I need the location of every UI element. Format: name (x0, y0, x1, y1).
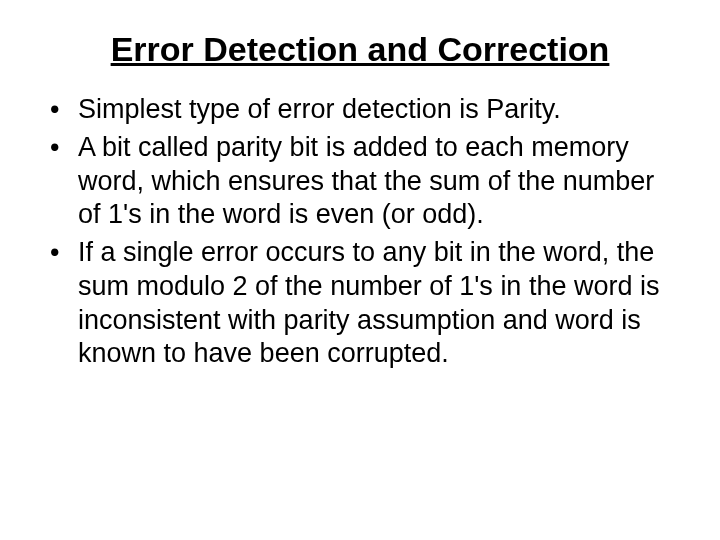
slide: Error Detection and Correction Simplest … (0, 0, 720, 540)
list-item: If a single error occurs to any bit in t… (50, 236, 680, 371)
bullet-list: Simplest type of error detection is Pari… (50, 93, 680, 371)
list-item: Simplest type of error detection is Pari… (50, 93, 680, 127)
list-item: A bit called parity bit is added to each… (50, 131, 680, 232)
slide-title: Error Detection and Correction (40, 30, 680, 69)
